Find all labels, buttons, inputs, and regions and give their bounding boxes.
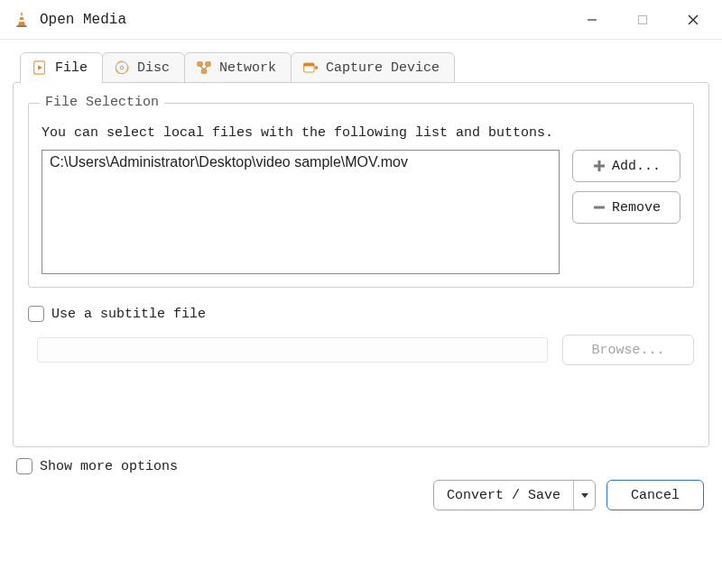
svg-line-17: [204, 66, 208, 69]
tab-capture-device[interactable]: Capture Device: [291, 52, 455, 83]
svg-marker-24: [581, 493, 588, 498]
svg-rect-3: [16, 25, 27, 27]
button-label: Browse...: [591, 343, 664, 358]
close-button[interactable]: [668, 0, 718, 40]
svg-rect-13: [198, 62, 202, 67]
capture-device-icon: [302, 60, 319, 76]
svg-rect-15: [201, 69, 206, 74]
tab-label: Network: [219, 60, 276, 76]
window-title: Open Media: [40, 12, 126, 28]
file-icon: [32, 60, 48, 76]
svg-rect-1: [20, 15, 23, 17]
tab-disc[interactable]: Disc: [102, 52, 185, 83]
browse-button: Browse...: [562, 335, 694, 365]
titlebar: Open Media: [0, 0, 722, 40]
window-controls: [567, 0, 718, 40]
group-legend: File Selection: [40, 95, 164, 110]
tab-file[interactable]: File: [20, 52, 103, 83]
svg-rect-14: [206, 62, 210, 67]
minus-icon: [592, 200, 606, 215]
file-selection-group: File Selection You can select local file…: [28, 103, 694, 288]
subtitle-path-input: [37, 337, 548, 363]
svg-line-16: [200, 66, 205, 69]
network-icon: [196, 60, 212, 76]
convert-save-dropdown[interactable]: [573, 481, 595, 510]
add-button[interactable]: Add...: [572, 150, 680, 182]
svg-rect-19: [304, 63, 314, 66]
remove-button[interactable]: Remove: [572, 191, 680, 224]
subtitle-label: Use a subtitle file: [51, 307, 206, 322]
vlc-cone-icon: [13, 11, 31, 29]
minimize-button[interactable]: [567, 0, 617, 40]
show-more-checkbox[interactable]: [16, 458, 32, 474]
svg-rect-5: [639, 15, 647, 23]
convert-save-button[interactable]: Convert / Save: [433, 480, 596, 510]
svg-marker-0: [18, 12, 25, 25]
maximize-button[interactable]: [617, 0, 668, 40]
svg-point-12: [120, 66, 124, 69]
file-selection-hint: You can select local files with the foll…: [42, 125, 680, 141]
show-more-label: Show more options: [40, 459, 178, 474]
button-label: Remove: [612, 200, 661, 216]
svg-rect-2: [19, 20, 24, 22]
svg-rect-20: [315, 66, 318, 69]
disc-icon: [114, 60, 130, 76]
tab-label: Disc: [137, 60, 170, 76]
subtitle-checkbox[interactable]: [28, 306, 44, 322]
tab-panel-file: File Selection You can select local file…: [13, 82, 709, 447]
chevron-down-icon: [580, 491, 589, 500]
plus-icon: [592, 159, 606, 173]
button-label[interactable]: Convert / Save: [434, 481, 573, 510]
cancel-button[interactable]: Cancel: [606, 480, 704, 510]
file-list[interactable]: C:\Users\Administrator\Desktop\video sam…: [42, 150, 560, 274]
file-list-item[interactable]: C:\Users\Administrator\Desktop\video sam…: [50, 154, 551, 170]
button-label: Add...: [612, 159, 661, 174]
tab-label: Capture Device: [326, 60, 440, 76]
tabs: File Disc Network: [13, 52, 709, 447]
tab-label: File: [55, 60, 88, 76]
tab-network[interactable]: Network: [184, 52, 292, 83]
button-label: Cancel: [631, 488, 680, 503]
